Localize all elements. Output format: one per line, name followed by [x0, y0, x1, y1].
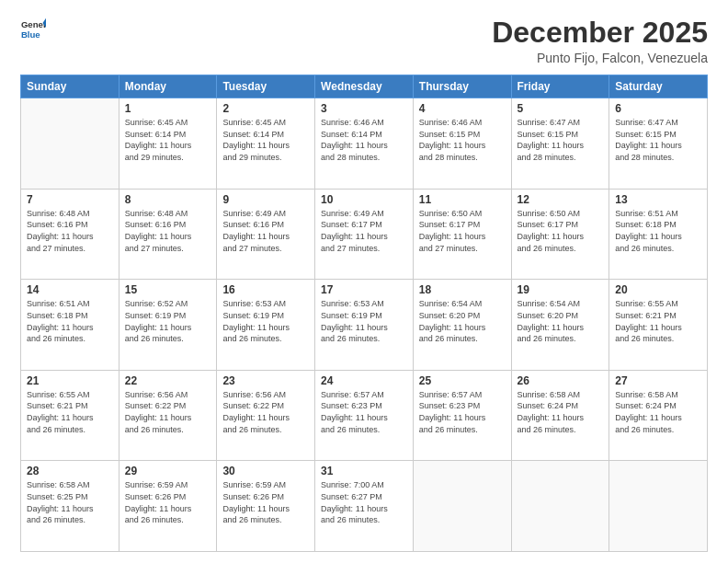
cell-info: Sunrise: 6:46 AMSunset: 6:14 PMDaylight:…: [321, 117, 407, 163]
cell-info: Sunrise: 6:56 AMSunset: 6:22 PMDaylight:…: [222, 389, 309, 435]
day-number: 19: [518, 283, 604, 296]
day-number: 4: [419, 102, 506, 115]
day-number: 16: [222, 283, 309, 296]
calendar-cell: 8Sunrise: 6:48 AMSunset: 6:16 PMDaylight…: [119, 189, 217, 280]
calendar-cell: 6Sunrise: 6:47 AMSunset: 6:15 PMDaylight…: [609, 98, 708, 190]
calendar-cell: 16Sunrise: 6:53 AMSunset: 6:19 PMDayligh…: [217, 280, 315, 371]
cell-info: Sunrise: 6:53 AMSunset: 6:19 PMDaylight:…: [222, 298, 309, 344]
calendar-cell: 7Sunrise: 6:48 AMSunset: 6:16 PMDaylight…: [21, 189, 119, 280]
calendar-cell: 14Sunrise: 6:51 AMSunset: 6:18 PMDayligh…: [21, 280, 119, 371]
day-number: 28: [27, 465, 113, 477]
calendar-cell: 31Sunrise: 7:00 AMSunset: 6:27 PMDayligh…: [315, 461, 414, 552]
calendar-week-row: 1Sunrise: 6:45 AMSunset: 6:14 PMDaylight…: [21, 98, 708, 190]
calendar-cell: 3Sunrise: 6:46 AMSunset: 6:14 PMDaylight…: [315, 98, 414, 190]
calendar-header-row: SundayMondayTuesdayWednesdayThursdayFrid…: [21, 75, 708, 98]
day-number: 7: [27, 193, 113, 206]
cell-info: Sunrise: 6:55 AMSunset: 6:21 PMDaylight:…: [615, 298, 701, 344]
calendar-cell: 26Sunrise: 6:58 AMSunset: 6:24 PMDayligh…: [511, 370, 609, 461]
title-block: December 2025 Punto Fijo, Falcon, Venezu…: [492, 17, 708, 65]
col-header-tuesday: Tuesday: [217, 75, 315, 98]
day-number: 23: [222, 374, 309, 387]
day-number: 1: [125, 102, 211, 115]
cell-info: Sunrise: 6:59 AMSunset: 6:26 PMDaylight:…: [222, 479, 309, 525]
calendar-cell: 9Sunrise: 6:49 AMSunset: 6:16 PMDaylight…: [217, 189, 315, 280]
header: General Blue December 2025 Punto Fijo, F…: [20, 17, 708, 65]
day-number: 31: [321, 465, 407, 477]
cell-info: Sunrise: 6:47 AMSunset: 6:15 PMDaylight:…: [615, 117, 701, 163]
day-number: 2: [222, 102, 309, 115]
calendar-week-row: 14Sunrise: 6:51 AMSunset: 6:18 PMDayligh…: [21, 280, 708, 371]
cell-info: Sunrise: 6:53 AMSunset: 6:19 PMDaylight:…: [321, 298, 407, 344]
cell-info: Sunrise: 6:45 AMSunset: 6:14 PMDaylight:…: [222, 117, 309, 163]
calendar-cell: 23Sunrise: 6:56 AMSunset: 6:22 PMDayligh…: [217, 370, 315, 461]
calendar-cell: 19Sunrise: 6:54 AMSunset: 6:20 PMDayligh…: [511, 280, 609, 371]
day-number: 13: [615, 193, 701, 206]
page: General Blue December 2025 Punto Fijo, F…: [0, 0, 728, 563]
cell-info: Sunrise: 6:50 AMSunset: 6:17 PMDaylight:…: [419, 208, 506, 254]
calendar-cell: 12Sunrise: 6:50 AMSunset: 6:17 PMDayligh…: [511, 189, 609, 280]
cell-info: Sunrise: 6:58 AMSunset: 6:25 PMDaylight:…: [27, 479, 113, 525]
cell-info: Sunrise: 6:58 AMSunset: 6:24 PMDaylight:…: [615, 389, 701, 435]
calendar-cell: 4Sunrise: 6:46 AMSunset: 6:15 PMDaylight…: [413, 98, 511, 190]
cell-info: Sunrise: 6:54 AMSunset: 6:20 PMDaylight:…: [518, 298, 604, 344]
day-number: 26: [518, 374, 604, 387]
calendar-cell: 21Sunrise: 6:55 AMSunset: 6:21 PMDayligh…: [21, 370, 119, 461]
col-header-friday: Friday: [511, 75, 609, 98]
day-number: 21: [27, 374, 113, 387]
day-number: 24: [321, 374, 407, 387]
cell-info: Sunrise: 6:56 AMSunset: 6:22 PMDaylight:…: [125, 389, 211, 435]
calendar-cell: 2Sunrise: 6:45 AMSunset: 6:14 PMDaylight…: [217, 98, 315, 190]
calendar-cell: 25Sunrise: 6:57 AMSunset: 6:23 PMDayligh…: [413, 370, 511, 461]
svg-text:General: General: [21, 19, 46, 29]
cell-info: Sunrise: 6:48 AMSunset: 6:16 PMDaylight:…: [27, 208, 113, 254]
day-number: 27: [615, 374, 701, 387]
cell-info: Sunrise: 6:58 AMSunset: 6:24 PMDaylight:…: [518, 389, 604, 435]
calendar-cell: 10Sunrise: 6:49 AMSunset: 6:17 PMDayligh…: [315, 189, 414, 280]
cell-info: Sunrise: 6:54 AMSunset: 6:20 PMDaylight:…: [419, 298, 506, 344]
cell-info: Sunrise: 6:57 AMSunset: 6:23 PMDaylight:…: [419, 389, 506, 435]
cell-info: Sunrise: 6:51 AMSunset: 6:18 PMDaylight:…: [615, 208, 701, 254]
day-number: 3: [321, 102, 407, 115]
calendar-cell: 11Sunrise: 6:50 AMSunset: 6:17 PMDayligh…: [413, 189, 511, 280]
cell-info: Sunrise: 6:50 AMSunset: 6:17 PMDaylight:…: [518, 208, 604, 254]
cell-info: Sunrise: 6:45 AMSunset: 6:14 PMDaylight:…: [125, 117, 211, 163]
day-number: 17: [321, 283, 407, 296]
logo-icon: General Blue: [20, 17, 46, 42]
day-number: 10: [321, 193, 407, 206]
day-number: 20: [615, 283, 701, 296]
calendar-cell: 30Sunrise: 6:59 AMSunset: 6:26 PMDayligh…: [217, 461, 315, 552]
cell-info: Sunrise: 6:49 AMSunset: 6:16 PMDaylight:…: [222, 208, 309, 254]
day-number: 9: [222, 193, 309, 206]
cell-info: Sunrise: 6:57 AMSunset: 6:23 PMDaylight:…: [321, 389, 407, 435]
calendar-cell: [21, 98, 119, 190]
calendar-cell: 22Sunrise: 6:56 AMSunset: 6:22 PMDayligh…: [119, 370, 217, 461]
cell-info: Sunrise: 6:46 AMSunset: 6:15 PMDaylight:…: [419, 117, 506, 163]
calendar-cell: [511, 461, 609, 552]
cell-info: Sunrise: 6:48 AMSunset: 6:16 PMDaylight:…: [125, 208, 211, 254]
col-header-wednesday: Wednesday: [315, 75, 414, 98]
calendar-cell: 27Sunrise: 6:58 AMSunset: 6:24 PMDayligh…: [609, 370, 708, 461]
col-header-thursday: Thursday: [413, 75, 511, 98]
calendar-cell: 17Sunrise: 6:53 AMSunset: 6:19 PMDayligh…: [315, 280, 414, 371]
day-number: 15: [125, 283, 211, 296]
day-number: 22: [125, 374, 211, 387]
calendar-cell: 29Sunrise: 6:59 AMSunset: 6:26 PMDayligh…: [119, 461, 217, 552]
col-header-saturday: Saturday: [609, 75, 708, 98]
day-number: 12: [518, 193, 604, 206]
cell-info: Sunrise: 6:49 AMSunset: 6:17 PMDaylight:…: [321, 208, 407, 254]
calendar-cell: 1Sunrise: 6:45 AMSunset: 6:14 PMDaylight…: [119, 98, 217, 190]
cell-info: Sunrise: 6:51 AMSunset: 6:18 PMDaylight:…: [27, 298, 113, 344]
svg-text:Blue: Blue: [21, 29, 40, 40]
logo: General Blue: [20, 17, 46, 42]
calendar-week-row: 28Sunrise: 6:58 AMSunset: 6:25 PMDayligh…: [21, 461, 708, 552]
calendar-week-row: 7Sunrise: 6:48 AMSunset: 6:16 PMDaylight…: [21, 189, 708, 280]
day-number: 18: [419, 283, 506, 296]
calendar-cell: 28Sunrise: 6:58 AMSunset: 6:25 PMDayligh…: [21, 461, 119, 552]
calendar-cell: 18Sunrise: 6:54 AMSunset: 6:20 PMDayligh…: [413, 280, 511, 371]
day-number: 6: [615, 102, 701, 115]
cell-info: Sunrise: 6:55 AMSunset: 6:21 PMDaylight:…: [27, 389, 113, 435]
cell-info: Sunrise: 6:59 AMSunset: 6:26 PMDaylight:…: [125, 479, 211, 525]
calendar-cell: 20Sunrise: 6:55 AMSunset: 6:21 PMDayligh…: [609, 280, 708, 371]
cell-info: Sunrise: 7:00 AMSunset: 6:27 PMDaylight:…: [321, 479, 407, 525]
cell-info: Sunrise: 6:47 AMSunset: 6:15 PMDaylight:…: [518, 117, 604, 163]
